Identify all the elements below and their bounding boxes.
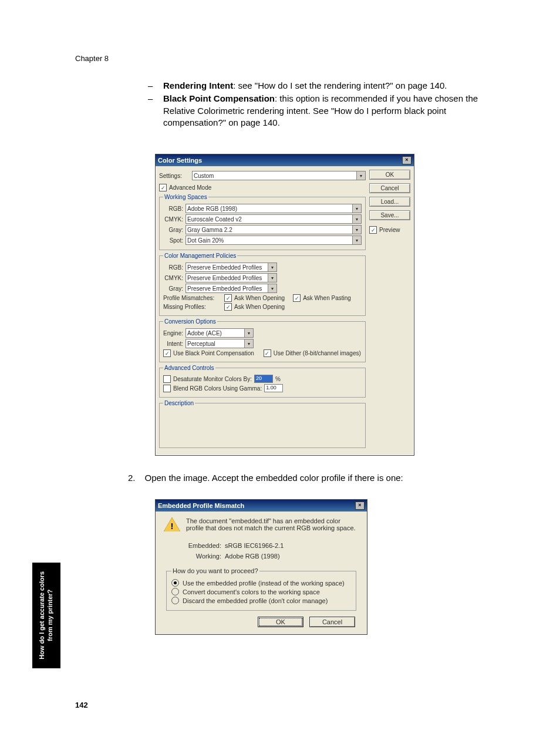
cmp-gray-value: Preserve Embedded Profiles — [187, 285, 262, 292]
chevron-down-icon[interactable]: ▾ — [268, 284, 276, 292]
desaturate-checkbox[interactable] — [163, 375, 171, 383]
chevron-down-icon[interactable]: ▾ — [352, 215, 361, 223]
bullet1-rest: : see "How do I set the rendering intent… — [233, 80, 447, 90]
intent-label: Intent: — [163, 341, 183, 347]
ws-spot-combo[interactable]: Dot Gain 20%▾ — [185, 235, 362, 245]
radio-discard[interactable] — [171, 597, 179, 604]
cancel-button[interactable]: Cancel — [309, 617, 355, 627]
cmp-cmyk-value: Preserve Embedded Profiles — [187, 275, 262, 281]
preview-checkbox[interactable] — [369, 226, 377, 234]
engine-combo[interactable]: Adobe (ACE)▾ — [185, 328, 254, 338]
dither-checkbox[interactable] — [264, 349, 271, 357]
side-tab: How do I get accurate colors from my pri… — [32, 563, 60, 668]
profile-mismatches-label: Profile Mismatches: — [163, 295, 222, 301]
ws-cmyk-value: Euroscale Coated v2 — [187, 216, 242, 223]
cmp-cmyk-label: CMYK: — [163, 275, 183, 281]
radio-use-embedded[interactable] — [171, 579, 179, 587]
ws-rgb-label: RGB: — [163, 206, 183, 212]
chevron-down-icon[interactable]: ▾ — [356, 171, 365, 180]
warning-icon: ! — [164, 517, 180, 533]
close-icon[interactable]: × — [355, 502, 365, 510]
ws-spot-label: Spot: — [163, 237, 183, 244]
ws-spot-value: Dot Gain 20% — [187, 237, 224, 244]
chevron-down-icon[interactable]: ▾ — [244, 339, 253, 348]
radio-use-embedded-label: Use the embedded profile (instead of the… — [183, 580, 345, 587]
chevron-down-icon[interactable]: ▾ — [352, 204, 361, 213]
chevron-down-icon[interactable]: ▾ — [244, 329, 253, 337]
advanced-mode-label: Advanced Mode — [169, 184, 211, 191]
mismatch-message: The document "embedded.tif" has an embed… — [186, 517, 359, 533]
embedded-label: Embedded: — [185, 541, 221, 551]
ws-rgb-value: Adobe RGB (1998) — [187, 206, 237, 212]
bullet2-title: Black Point Compensation — [163, 93, 275, 103]
working-spaces-legend: Working Spaces — [163, 194, 208, 200]
color-settings-dialog: Color Settings × Settings: Custom ▾ Adva… — [155, 154, 414, 456]
ok-button[interactable]: OK — [258, 617, 303, 627]
conv-legend: Conversion Options — [163, 318, 217, 325]
chevron-down-icon[interactable]: ▾ — [352, 226, 361, 234]
cmp-cmyk-combo[interactable]: Preserve Embedded Profiles▾ — [185, 273, 277, 282]
intro-bullets: – Rendering Intent: see "How do I set th… — [148, 80, 488, 130]
dialog-title: Embedded Profile Mismatch — [158, 502, 244, 509]
preview-label: Preview — [379, 227, 400, 233]
save-button[interactable]: Save... — [369, 210, 410, 220]
cmp-gray-combo[interactable]: Preserve Embedded Profiles▾ — [185, 284, 277, 293]
side-tab-line1: How do I get accurate colors — [38, 571, 45, 659]
radio-convert-label: Convert document's colors to the working… — [183, 588, 320, 595]
advanced-mode-checkbox[interactable] — [159, 184, 167, 191]
blend-gamma-label: Blend RGB Colors Using Gamma: — [173, 385, 262, 392]
load-button[interactable]: Load... — [369, 197, 410, 207]
ok-button[interactable]: OK — [369, 170, 410, 180]
ws-rgb-combo[interactable]: Adobe RGB (1998)▾ — [185, 204, 362, 213]
working-value: Adobe RGB (1998) — [225, 551, 280, 562]
cmp-legend: Color Management Policies — [163, 253, 237, 259]
step-text: Open the image. Accept the embedded colo… — [145, 473, 403, 483]
blend-gamma-checkbox[interactable] — [163, 385, 171, 392]
advanced-controls-group: Advanced Controls Desaturate Monitor Col… — [159, 365, 366, 398]
color-mgmt-policies-group: Color Management Policies RGB: Preserve … — [159, 253, 366, 316]
ws-cmyk-label: CMYK: — [163, 216, 183, 223]
description-legend: Description — [163, 400, 195, 406]
adv-legend: Advanced Controls — [163, 365, 215, 371]
radio-convert[interactable] — [171, 588, 179, 595]
chevron-down-icon[interactable]: ▾ — [352, 236, 361, 244]
missing-ask-open-label: Ask When Opening — [234, 304, 285, 310]
intent-combo[interactable]: Perceptual▾ — [185, 339, 254, 348]
missing-profiles-label: Missing Profiles: — [163, 304, 222, 310]
percent-label: % — [275, 376, 281, 382]
proceed-group: How do you want to proceed? Use the embe… — [166, 567, 356, 611]
dither-label: Use Dither (8-bit/channel images) — [274, 350, 361, 356]
ws-gray-combo[interactable]: Gray Gamma 2.2▾ — [185, 225, 362, 234]
cmp-gray-label: Gray: — [163, 285, 183, 292]
ws-gray-label: Gray: — [163, 227, 183, 233]
bpc-checkbox[interactable] — [163, 349, 171, 357]
conversion-options-group: Conversion Options Engine: Adobe (ACE)▾ … — [159, 318, 366, 362]
close-icon[interactable]: × — [402, 156, 411, 164]
bullet-dash: – — [148, 93, 163, 129]
missing-ask-open-checkbox[interactable] — [224, 303, 232, 311]
cmp-rgb-combo[interactable]: Preserve Embedded Profiles▾ — [185, 263, 277, 272]
titlebar: Color Settings × — [156, 154, 414, 166]
ask-paste-checkbox[interactable] — [293, 294, 301, 302]
page-number: 142 — [75, 701, 88, 709]
chevron-down-icon[interactable]: ▾ — [268, 263, 276, 271]
bpc-label: Use Black Point Compensation — [173, 350, 254, 356]
intent-value: Perceptual — [187, 341, 215, 347]
bullet1-title: Rendering Intent — [163, 80, 233, 90]
blend-gamma-input[interactable]: 1.00 — [264, 384, 283, 392]
desaturate-label: Desaturate Monitor Colors By: — [173, 376, 252, 382]
settings-value: Custom — [194, 173, 214, 179]
ask-open-checkbox[interactable] — [224, 294, 232, 302]
cancel-button[interactable]: Cancel — [369, 183, 410, 193]
ws-cmyk-combo[interactable]: Euroscale Coated v2▾ — [185, 214, 362, 224]
chevron-down-icon[interactable]: ▾ — [268, 274, 276, 282]
chapter-header: Chapter 8 — [75, 54, 109, 63]
titlebar: Embedded Profile Mismatch × — [156, 500, 367, 512]
side-tab-line2: from my printer? — [46, 590, 53, 641]
embedded-value: sRGB IEC61966-2.1 — [225, 541, 284, 551]
settings-combo[interactable]: Custom ▾ — [192, 171, 366, 180]
step-2: 2. Open the image. Accept the embedded c… — [128, 473, 403, 483]
desaturate-input[interactable]: 20 — [254, 375, 273, 383]
cmp-rgb-label: RGB: — [163, 264, 183, 271]
ask-open-label: Ask When Opening — [234, 295, 285, 301]
